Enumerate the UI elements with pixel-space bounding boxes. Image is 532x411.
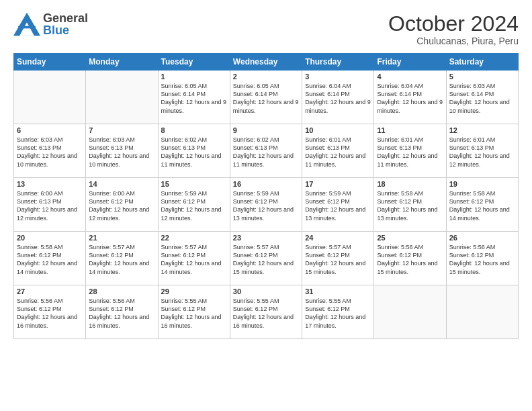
day-number: 3: [305, 73, 371, 81]
day-info: Sunrise: 6:04 AM Sunset: 6:14 PM Dayligh…: [377, 82, 443, 115]
day-info: Sunrise: 5:58 AM Sunset: 6:12 PM Dayligh…: [449, 189, 515, 222]
day-number: 19: [449, 180, 515, 188]
day-number: 25: [377, 234, 443, 242]
day-number: 16: [233, 180, 299, 188]
day-info: Sunrise: 6:00 AM Sunset: 6:13 PM Dayligh…: [17, 189, 83, 222]
calendar-cell: 24Sunrise: 5:57 AM Sunset: 6:12 PM Dayli…: [302, 232, 374, 285]
calendar-cell: 15Sunrise: 5:59 AM Sunset: 6:12 PM Dayli…: [158, 178, 230, 232]
calendar-week-2: 6Sunrise: 6:03 AM Sunset: 6:13 PM Daylig…: [14, 124, 519, 178]
logo-icon: [13, 12, 40, 36]
day-info: Sunrise: 5:57 AM Sunset: 6:12 PM Dayligh…: [161, 243, 227, 276]
day-info: Sunrise: 6:05 AM Sunset: 6:14 PM Dayligh…: [233, 82, 299, 115]
calendar-cell: 18Sunrise: 5:58 AM Sunset: 6:12 PM Dayli…: [374, 178, 446, 232]
day-number: 13: [17, 180, 83, 188]
day-header-friday: Friday: [374, 54, 446, 71]
day-number: 2: [233, 73, 299, 81]
calendar-cell: 14Sunrise: 6:00 AM Sunset: 6:12 PM Dayli…: [86, 178, 158, 232]
day-info: Sunrise: 6:02 AM Sunset: 6:13 PM Dayligh…: [233, 136, 299, 169]
calendar-cell: 3Sunrise: 6:04 AM Sunset: 6:14 PM Daylig…: [302, 71, 374, 124]
day-info: Sunrise: 5:56 AM Sunset: 6:12 PM Dayligh…: [449, 243, 515, 276]
day-info: Sunrise: 5:56 AM Sunset: 6:12 PM Dayligh…: [377, 243, 443, 276]
calendar-cell: 5Sunrise: 6:03 AM Sunset: 6:14 PM Daylig…: [446, 71, 518, 124]
calendar-cell: 30Sunrise: 5:55 AM Sunset: 6:12 PM Dayli…: [230, 285, 302, 339]
day-info: Sunrise: 6:01 AM Sunset: 6:13 PM Dayligh…: [377, 136, 443, 169]
day-number: 28: [89, 287, 154, 295]
calendar-cell: 6Sunrise: 6:03 AM Sunset: 6:13 PM Daylig…: [14, 124, 86, 178]
calendar-cell: [374, 285, 446, 339]
logo-general-text: General: [43, 12, 88, 24]
calendar-cell: 21Sunrise: 5:57 AM Sunset: 6:12 PM Dayli…: [86, 232, 158, 285]
subtitle: Chulucanas, Piura, Peru: [388, 36, 519, 46]
day-info: Sunrise: 5:58 AM Sunset: 6:12 PM Dayligh…: [377, 189, 443, 222]
calendar-table: SundayMondayTuesdayWednesdayThursdayFrid…: [13, 53, 519, 339]
day-number: 24: [305, 234, 371, 242]
calendar-week-4: 20Sunrise: 5:58 AM Sunset: 6:12 PM Dayli…: [14, 232, 519, 285]
svg-rect-2: [18, 26, 35, 29]
day-info: Sunrise: 6:05 AM Sunset: 6:14 PM Dayligh…: [161, 82, 227, 115]
day-number: 27: [17, 287, 83, 295]
calendar-cell: [14, 71, 86, 124]
day-info: Sunrise: 6:03 AM Sunset: 6:14 PM Dayligh…: [449, 82, 515, 115]
day-header-thursday: Thursday: [302, 54, 374, 71]
day-number: 11: [377, 126, 443, 134]
day-header-tuesday: Tuesday: [158, 54, 230, 71]
day-info: Sunrise: 6:02 AM Sunset: 6:13 PM Dayligh…: [161, 136, 227, 169]
calendar-cell: 31Sunrise: 5:55 AM Sunset: 6:12 PM Dayli…: [302, 285, 374, 339]
logo: General Blue: [13, 12, 88, 36]
day-number: 8: [161, 126, 227, 134]
day-number: 22: [161, 234, 227, 242]
day-number: 17: [305, 180, 371, 188]
day-number: 4: [377, 73, 443, 81]
day-number: 14: [89, 180, 154, 188]
day-info: Sunrise: 6:00 AM Sunset: 6:12 PM Dayligh…: [89, 189, 154, 222]
calendar-cell: 2Sunrise: 6:05 AM Sunset: 6:14 PM Daylig…: [230, 71, 302, 124]
calendar-cell: 29Sunrise: 5:55 AM Sunset: 6:12 PM Dayli…: [158, 285, 230, 339]
calendar-cell: 12Sunrise: 6:01 AM Sunset: 6:13 PM Dayli…: [446, 124, 518, 178]
calendar-cell: 16Sunrise: 5:59 AM Sunset: 6:12 PM Dayli…: [230, 178, 302, 232]
day-info: Sunrise: 5:58 AM Sunset: 6:12 PM Dayligh…: [17, 243, 83, 276]
calendar-cell: 7Sunrise: 6:03 AM Sunset: 6:13 PM Daylig…: [86, 124, 158, 178]
page: General Blue October 2024 Chulucanas, Pi…: [0, 0, 532, 411]
day-number: 1: [161, 73, 227, 81]
calendar-cell: 4Sunrise: 6:04 AM Sunset: 6:14 PM Daylig…: [374, 71, 446, 124]
day-header-saturday: Saturday: [446, 54, 518, 71]
day-header-sunday: Sunday: [14, 54, 86, 71]
calendar-cell: 19Sunrise: 5:58 AM Sunset: 6:12 PM Dayli…: [446, 178, 518, 232]
day-info: Sunrise: 5:55 AM Sunset: 6:12 PM Dayligh…: [305, 297, 371, 330]
calendar-cell: 11Sunrise: 6:01 AM Sunset: 6:13 PM Dayli…: [374, 124, 446, 178]
day-info: Sunrise: 6:03 AM Sunset: 6:13 PM Dayligh…: [17, 136, 83, 169]
day-info: Sunrise: 5:55 AM Sunset: 6:12 PM Dayligh…: [161, 297, 227, 330]
calendar-cell: 23Sunrise: 5:57 AM Sunset: 6:12 PM Dayli…: [230, 232, 302, 285]
day-info: Sunrise: 6:01 AM Sunset: 6:13 PM Dayligh…: [305, 136, 371, 169]
calendar-header-row: SundayMondayTuesdayWednesdayThursdayFrid…: [14, 54, 519, 71]
day-number: 31: [305, 287, 371, 295]
day-info: Sunrise: 5:55 AM Sunset: 6:12 PM Dayligh…: [233, 297, 299, 330]
calendar-cell: 25Sunrise: 5:56 AM Sunset: 6:12 PM Dayli…: [374, 232, 446, 285]
day-number: 5: [449, 73, 515, 81]
month-title: October 2024: [388, 12, 519, 36]
day-info: Sunrise: 5:57 AM Sunset: 6:12 PM Dayligh…: [305, 243, 371, 276]
day-number: 23: [233, 234, 299, 242]
logo-blue-text: Blue: [43, 24, 88, 36]
day-number: 21: [89, 234, 154, 242]
calendar-cell: 1Sunrise: 6:05 AM Sunset: 6:14 PM Daylig…: [158, 71, 230, 124]
day-number: 15: [161, 180, 227, 188]
day-info: Sunrise: 5:59 AM Sunset: 6:12 PM Dayligh…: [161, 189, 227, 222]
calendar-cell: 26Sunrise: 5:56 AM Sunset: 6:12 PM Dayli…: [446, 232, 518, 285]
calendar-cell: 9Sunrise: 6:02 AM Sunset: 6:13 PM Daylig…: [230, 124, 302, 178]
day-info: Sunrise: 5:59 AM Sunset: 6:12 PM Dayligh…: [233, 189, 299, 222]
calendar-cell: 8Sunrise: 6:02 AM Sunset: 6:13 PM Daylig…: [158, 124, 230, 178]
day-info: Sunrise: 6:04 AM Sunset: 6:14 PM Dayligh…: [305, 82, 371, 115]
day-number: 30: [233, 287, 299, 295]
day-number: 9: [233, 126, 299, 134]
calendar-cell: [446, 285, 518, 339]
day-number: 7: [89, 126, 154, 134]
calendar-week-1: 1Sunrise: 6:05 AM Sunset: 6:14 PM Daylig…: [14, 71, 519, 124]
day-info: Sunrise: 5:57 AM Sunset: 6:12 PM Dayligh…: [233, 243, 299, 276]
calendar-cell: 17Sunrise: 5:59 AM Sunset: 6:12 PM Dayli…: [302, 178, 374, 232]
calendar-week-5: 27Sunrise: 5:56 AM Sunset: 6:12 PM Dayli…: [14, 285, 519, 339]
day-info: Sunrise: 5:57 AM Sunset: 6:12 PM Dayligh…: [89, 243, 154, 276]
day-number: 10: [305, 126, 371, 134]
day-info: Sunrise: 5:56 AM Sunset: 6:12 PM Dayligh…: [17, 297, 83, 330]
calendar-cell: [86, 71, 158, 124]
